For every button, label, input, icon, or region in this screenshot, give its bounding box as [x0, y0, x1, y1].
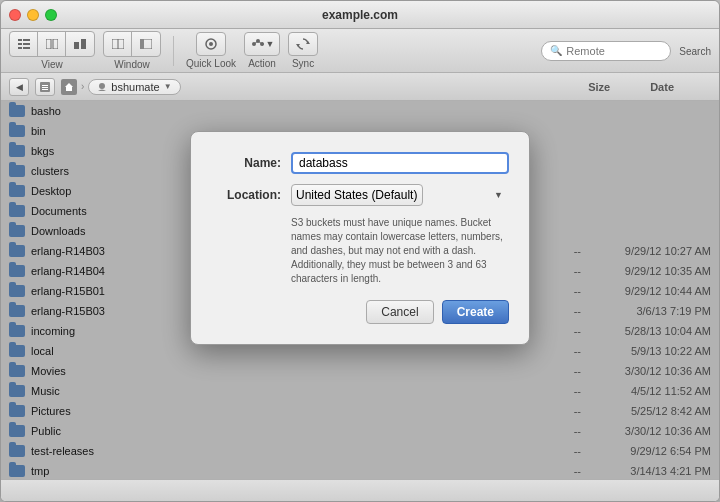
- search-label: Search: [679, 46, 711, 57]
- quick-look-section: Quick Look: [186, 32, 236, 69]
- sync-label: Sync: [292, 58, 314, 69]
- action-section: ▼ Action: [244, 32, 280, 69]
- maximize-button[interactable]: [45, 9, 57, 21]
- svg-rect-3: [23, 43, 30, 45]
- window-section: Window: [103, 31, 161, 70]
- svg-rect-8: [74, 42, 79, 49]
- toolbar-divider1: [173, 36, 174, 66]
- window-left-btn[interactable]: [104, 32, 132, 56]
- location-select-wrapper: United States (Default) ▼: [291, 184, 509, 206]
- modal-name-row: Name:: [211, 152, 509, 174]
- breadcrumb-separator: ›: [81, 81, 84, 92]
- main-window: example.com View: [0, 0, 720, 502]
- breadcrumb-current[interactable]: bshumate ▼: [88, 79, 180, 95]
- sync-btn[interactable]: [288, 32, 318, 56]
- svg-rect-6: [46, 39, 51, 49]
- col-size-header: Size: [588, 81, 610, 93]
- select-arrow-icon: ▼: [494, 190, 503, 200]
- modal-location-row: Location: United States (Default) ▼: [211, 184, 509, 206]
- modal-overlay: Name: Location: United States (Default) …: [1, 101, 719, 479]
- svg-rect-27: [42, 89, 48, 90]
- svg-rect-9: [81, 39, 86, 49]
- create-button[interactable]: Create: [442, 300, 509, 324]
- svg-marker-28: [65, 83, 73, 91]
- cancel-button[interactable]: Cancel: [366, 300, 433, 324]
- window-title: example.com: [322, 8, 398, 22]
- search-input[interactable]: [566, 45, 656, 57]
- traffic-lights: [9, 9, 57, 21]
- svg-point-15: [209, 42, 213, 46]
- titlebar: example.com: [1, 1, 719, 29]
- quick-look-label: Quick Look: [186, 58, 236, 69]
- svg-point-29: [99, 83, 105, 89]
- svg-rect-26: [42, 87, 48, 88]
- window-btn-group: [103, 31, 161, 57]
- breadcrumb: › bshumate ▼: [61, 79, 181, 95]
- svg-rect-25: [42, 85, 48, 86]
- view-list-btn[interactable]: [10, 32, 38, 56]
- view-label: View: [41, 59, 63, 70]
- name-label: Name:: [211, 156, 281, 170]
- view-section: View: [9, 31, 95, 70]
- navbar: ◀ › bshumate ▼ Size Date: [1, 73, 719, 101]
- svg-rect-7: [53, 39, 58, 49]
- search-box: 🔍: [541, 41, 671, 61]
- window-right-btn[interactable]: [132, 32, 160, 56]
- svg-rect-2: [18, 43, 22, 45]
- bucket-name-input[interactable]: [291, 152, 509, 174]
- statusbar: [1, 479, 719, 501]
- modal-hint: S3 buckets must have unique names. Bucke…: [291, 216, 509, 286]
- view-cover-btn[interactable]: [66, 32, 94, 56]
- svg-rect-0: [18, 39, 22, 41]
- view-col-btn[interactable]: [38, 32, 66, 56]
- action-btn[interactable]: ▼: [244, 32, 280, 56]
- location-label: Location:: [211, 188, 281, 202]
- svg-rect-5: [23, 47, 30, 49]
- action-label: Action: [248, 58, 276, 69]
- svg-rect-4: [18, 47, 22, 49]
- minimize-button[interactable]: [27, 9, 39, 21]
- sync-section: Sync: [288, 32, 318, 69]
- nav-action-btn[interactable]: [35, 78, 55, 96]
- svg-rect-13: [140, 39, 144, 49]
- search-icon: 🔍: [550, 45, 562, 56]
- content-area: bashobinbkgsclustersDesktopDocumentsDown…: [1, 101, 719, 479]
- window-label: Window: [114, 59, 150, 70]
- quick-look-btn[interactable]: [196, 32, 226, 56]
- view-btn-group: [9, 31, 95, 57]
- location-select[interactable]: United States (Default): [291, 184, 423, 206]
- breadcrumb-dropdown-icon: ▼: [164, 82, 172, 91]
- breadcrumb-user: bshumate: [111, 81, 159, 93]
- col-date-header: Date: [650, 81, 674, 93]
- modal-buttons: Cancel Create: [211, 300, 509, 324]
- back-btn[interactable]: ◀: [9, 78, 29, 96]
- home-icon[interactable]: [61, 79, 77, 95]
- column-headers: Size Date: [588, 81, 690, 93]
- close-button[interactable]: [9, 9, 21, 21]
- toolbar: View Window Quick Look ▼: [1, 29, 719, 73]
- svg-rect-1: [23, 39, 30, 41]
- create-bucket-modal: Name: Location: United States (Default) …: [190, 131, 530, 345]
